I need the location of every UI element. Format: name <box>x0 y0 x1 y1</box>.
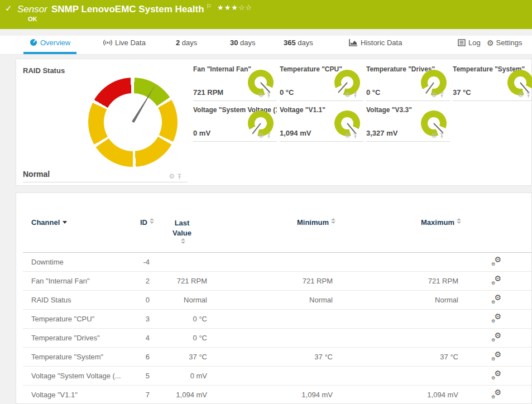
tab-log[interactable]: Log <box>458 36 481 52</box>
gauge-value: 1,094 mV <box>280 129 311 137</box>
channel-maximum: 1,094 mV <box>336 385 461 404</box>
channel-settings-gear-icon[interactable]: ⚙⚙ <box>491 257 501 266</box>
channel-id: 3 <box>129 309 154 328</box>
ok-check-icon: ✓ <box>5 3 12 13</box>
raid-status-gauge-tile: RAID Status Normal ⚙ <box>16 59 188 185</box>
channel-settings-gear-icon[interactable]: ⚙⚙ <box>491 352 501 360</box>
channel-minimum <box>210 366 336 385</box>
channel-name: Temperature "CPU" <box>23 309 129 328</box>
channel-name: Temperature "System" <box>23 347 129 366</box>
gear-icon[interactable]: ⚙ <box>517 92 524 98</box>
tab-overview[interactable]: Overview <box>23 36 76 54</box>
area-chart-icon <box>349 37 358 51</box>
channel-maximum <box>336 366 461 385</box>
tab-historic-data[interactable]: Historic Data <box>349 36 402 52</box>
gauge-tile-voltage-v3-3: Voltage "V3.3" 3,327 mV ⚙ <box>366 104 450 142</box>
table-row: Voltage "V1.1" 7 1,094 mV 1,094 mV 1,094… <box>23 385 531 404</box>
gear-icon[interactable]: ⚙ <box>431 92 437 98</box>
channel-id: 2 <box>129 271 154 290</box>
pin-icon[interactable] <box>439 133 444 139</box>
pin-icon[interactable] <box>177 174 182 180</box>
channel-settings-gear-icon[interactable]: ⚙⚙ <box>491 295 501 304</box>
pin-icon[interactable] <box>266 92 271 98</box>
tab-2-days[interactable]: 2 days <box>176 36 197 52</box>
column-header-actions <box>461 193 531 252</box>
sort-icon <box>457 218 461 224</box>
channel-minimum <box>210 252 336 271</box>
tab-live-data[interactable]: Live Data <box>103 36 146 52</box>
channel-last-value: 0 mV <box>154 366 210 385</box>
channel-settings-gear-icon[interactable]: ⚙⚙ <box>491 371 501 379</box>
channel-last-value: 0 °C <box>154 328 210 347</box>
gauge-title: Voltage "V1.1" <box>280 106 325 114</box>
mini-gauge-grid: Fan "Internal Fan" 721 RPM ⚙ Temperature… <box>193 64 532 142</box>
channel-id: 4 <box>129 328 154 347</box>
status-badge: OK <box>28 16 37 22</box>
column-header-id[interactable]: ID <box>129 193 154 252</box>
channel-settings-gear-icon[interactable]: ⚙⚙ <box>491 314 501 323</box>
channel-table-panel: Channel ID Last Value Minimum Maximum Do… <box>16 193 532 404</box>
broadcast-icon <box>103 37 112 51</box>
page-title: SNMP LenovoEMC System Health <box>51 4 204 15</box>
gauges-panel: RAID Status Normal ⚙ Fan "Internal Fan" … <box>16 59 532 186</box>
channel-minimum: 1,094 mV <box>210 385 336 404</box>
channel-minimum <box>210 309 336 328</box>
tab-settings[interactable]: ⚙Settings <box>487 36 523 52</box>
sort-icon <box>331 218 336 224</box>
channel-name: RAID Status <box>23 290 129 309</box>
log-list-icon <box>458 37 466 51</box>
raid-gauge-title: RAID Status <box>23 66 65 75</box>
channel-maximum: Normal <box>336 290 461 309</box>
column-header-channel[interactable]: Channel <box>23 193 129 252</box>
channel-maximum <box>336 328 461 347</box>
gauge-title: Temperature "Drives" <box>366 65 435 73</box>
gear-icon[interactable]: ⚙ <box>258 132 264 139</box>
flag-icon[interactable]: ⚐ <box>207 3 212 9</box>
gauge-value: 0 °C <box>280 88 294 97</box>
tab-bar: Overview Live Data 2 days 30 days 365 da… <box>0 36 532 55</box>
channel-last-value: 1,094 mV <box>154 385 210 404</box>
gauge-title: Fan "Internal Fan" <box>193 65 251 73</box>
channel-last-value: 37 °C <box>154 347 210 366</box>
pin-icon[interactable] <box>439 92 444 98</box>
channel-settings-gear-icon[interactable]: ⚙⚙ <box>491 276 501 285</box>
gauge-title: Voltage "V3.3" <box>366 106 412 114</box>
gauge-tile-voltage-v1-1: Voltage "V1.1" 1,094 mV ⚙ <box>280 104 363 142</box>
pin-icon[interactable] <box>353 92 358 98</box>
column-header-minimum[interactable]: Minimum <box>210 193 336 252</box>
tab-365-days[interactable]: 365 days <box>284 36 313 52</box>
channel-maximum <box>336 252 461 271</box>
pin-icon[interactable] <box>266 133 271 139</box>
gauge-tile-temperature-system: Temperature "System" 37 °C ⚙ <box>453 64 532 101</box>
gear-icon[interactable]: ⚙ <box>344 92 351 98</box>
channel-id: 5 <box>129 366 154 385</box>
gauge-tile-temperature-cpu: Temperature "CPU" 0 °C ⚙ <box>280 64 363 101</box>
gear-icon[interactable]: ⚙ <box>169 173 175 180</box>
column-header-last-value[interactable]: Last Value <box>154 193 210 252</box>
pin-icon[interactable] <box>353 133 358 139</box>
gear-icon[interactable]: ⚙ <box>344 132 351 139</box>
gauge-tile-fan-internal-fan: Fan "Internal Fan" 721 RPM ⚙ <box>193 64 277 101</box>
raid-gauge <box>88 78 178 167</box>
gear-icon[interactable]: ⚙ <box>431 132 437 139</box>
channel-name: Voltage "V1.1" <box>23 385 129 404</box>
channel-settings-gear-icon[interactable]: ⚙⚙ <box>491 333 501 342</box>
raid-gauge-footer: Normal ⚙ <box>23 169 188 182</box>
channel-last-value: 721 RPM <box>154 271 210 290</box>
column-header-maximum[interactable]: Maximum <box>336 193 461 252</box>
table-row: Voltage "System Voltage (... 5 0 mV ⚙⚙ <box>23 366 531 385</box>
gear-icon[interactable]: ⚙ <box>258 92 264 98</box>
tab-30-days[interactable]: 30 days <box>230 36 256 52</box>
gauge-value: 3,327 mV <box>366 129 397 137</box>
channel-last-value: 0 °C <box>154 309 210 328</box>
sort-icon <box>181 238 185 244</box>
channel-maximum: 721 RPM <box>336 271 461 290</box>
channel-table: Channel ID Last Value Minimum Maximum Do… <box>23 193 531 404</box>
table-row: RAID Status 0 Normal Normal Normal ⚙⚙ <box>23 290 531 309</box>
pin-icon[interactable] <box>526 92 531 98</box>
channel-minimum: Normal <box>210 290 336 309</box>
gauge-title: Temperature "CPU" <box>280 65 342 73</box>
channel-settings-gear-icon[interactable]: ⚙⚙ <box>491 389 501 398</box>
priority-stars[interactable]: ★★★☆☆ <box>217 3 252 12</box>
gauge-value: 37 °C <box>453 88 471 97</box>
